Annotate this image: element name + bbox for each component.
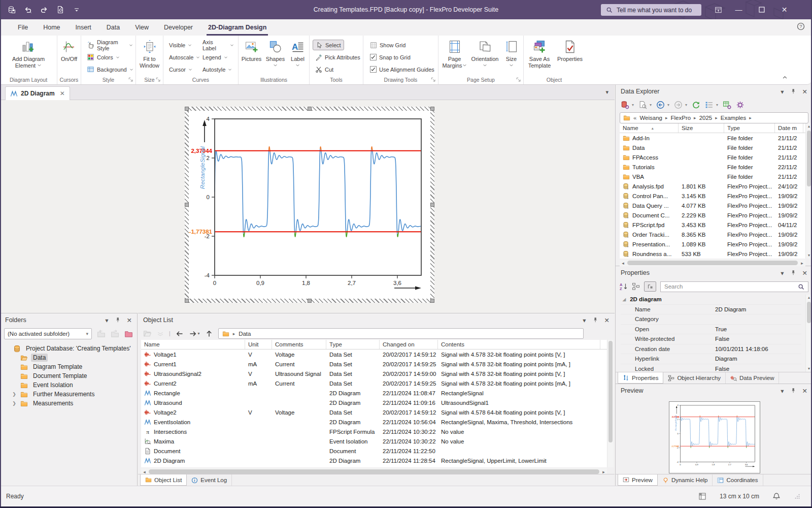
- menu-tab-2d-diagram-design[interactable]: 2D-Diagram Design: [200, 19, 274, 36]
- minimize-button[interactable]: ―: [727, 0, 750, 19]
- pin-icon[interactable]: [592, 317, 598, 323]
- visible-button[interactable]: Visible: [166, 40, 200, 50]
- tab-dynamic-help[interactable]: Dynamic Help: [658, 474, 713, 486]
- panel-menu-icon[interactable]: ▾: [781, 269, 784, 277]
- page-size-button[interactable]: Size: [502, 38, 521, 76]
- property-value[interactable]: False: [715, 336, 801, 342]
- redo-button[interactable]: [39, 4, 50, 15]
- breadcrumb-segment[interactable]: Weisang: [639, 115, 662, 121]
- close-tab-icon[interactable]: ✕: [60, 90, 65, 97]
- file-row[interactable]: Control Pan...3.145 KBFlexPro Project...…: [620, 191, 805, 201]
- search-document-icon[interactable]: [638, 101, 647, 109]
- tab-object-hierarchy[interactable]: Object Hierarchy: [663, 372, 726, 384]
- cursor-button[interactable]: Cursor: [166, 64, 200, 75]
- resize-handle-e[interactable]: [430, 203, 434, 207]
- property-group-header[interactable]: ◢2D diagram: [621, 295, 801, 305]
- object-row[interactable]: UltrasoundSignal2VUltrasound SignalData …: [141, 369, 607, 378]
- help-icon[interactable]: ?: [797, 22, 805, 30]
- sort-az-icon[interactable]: AZ: [620, 282, 628, 291]
- resize-handle-sw[interactable]: [185, 299, 189, 303]
- column-header-unit[interactable]: Unit: [245, 340, 272, 349]
- folder-item-document-template[interactable]: Document Template: [3, 371, 135, 380]
- back-icon[interactable]: [656, 101, 665, 109]
- shapes-button[interactable]: Shapes: [264, 38, 287, 76]
- object-properties-button[interactable]: Properties: [556, 38, 584, 76]
- file-row[interactable]: VBAFile folder21/11/2: [620, 172, 805, 181]
- close-panel-icon[interactable]: ✕: [604, 316, 610, 324]
- breadcrumb-segment[interactable]: 2025: [699, 115, 713, 121]
- property-row[interactable]: LockedFalse: [621, 364, 801, 372]
- tab-coordinates[interactable]: Coordinates: [713, 474, 763, 486]
- object-row[interactable]: Current1mACurrentData Set20/02/2017 14:5…: [141, 359, 607, 369]
- diagram-style-button[interactable]: Diagram Style: [84, 40, 136, 50]
- open-folder-icon[interactable]: [143, 329, 152, 338]
- file-row[interactable]: Analysis.fpd1.801 KBFlexPro Project...24…: [620, 181, 805, 191]
- panel-menu-icon[interactable]: ▾: [781, 387, 784, 395]
- bell-icon[interactable]: [772, 492, 781, 500]
- tab-properties[interactable]: Properties: [618, 372, 663, 384]
- autoscale-button[interactable]: Autoscale: [166, 52, 200, 62]
- panel-menu-icon[interactable]: ▾: [105, 316, 108, 324]
- data-explorer-hscrollbar[interactable]: ◂▸: [620, 260, 805, 266]
- file-row[interactable]: Add-InFile folder21/11/2: [620, 133, 805, 143]
- cut-button[interactable]: Cut: [313, 64, 336, 75]
- drawing-tools-dialog-launcher[interactable]: [430, 77, 436, 83]
- object-row[interactable]: Voltage1VVoltageData Set20/02/2017 14:59…: [141, 350, 607, 359]
- pictures-button[interactable]: Pictures: [240, 38, 263, 76]
- object-row[interactable]: EventIsolation2D Diagram22/11/2024 10:56…: [141, 417, 607, 427]
- menu-tab-file[interactable]: File: [10, 19, 36, 36]
- property-row[interactable]: Category: [621, 314, 801, 325]
- up-arrow-icon[interactable]: [205, 330, 213, 338]
- resize-handle-w[interactable]: [185, 203, 189, 207]
- database-gear-icon[interactable]: [621, 101, 629, 109]
- column-header-type[interactable]: Type: [326, 340, 380, 349]
- folder-item-data[interactable]: Data: [3, 353, 135, 362]
- previous-folder-icon[interactable]: [97, 330, 106, 338]
- tab-event-log[interactable]: Event Log: [187, 474, 232, 486]
- property-value[interactable]: 10/01/2011 14:18:06: [715, 346, 801, 352]
- save-as-template-button[interactable]: Save As Template: [524, 38, 555, 76]
- menu-tab-data[interactable]: Data: [99, 19, 127, 36]
- folder-item-event-isolation[interactable]: Event Isolation: [3, 380, 135, 390]
- folder-item-diagram-template[interactable]: Diagram Template: [3, 362, 135, 371]
- red-folder-icon[interactable]: [124, 330, 133, 338]
- size-dialog-launcher[interactable]: [155, 77, 161, 83]
- column-header-type[interactable]: Type: [724, 123, 775, 133]
- 2d-diagram-chart[interactable]: -4-202400,91,82,73,62,37044-1,77381Recta…: [189, 111, 430, 301]
- tree-root[interactable]: Project Database: 'Creating Templates': [3, 344, 135, 353]
- pick-attributes-button[interactable]: Pick Attributes: [313, 52, 363, 62]
- select-tool-button[interactable]: Select: [313, 40, 344, 50]
- property-row[interactable]: Write-protectedFalse: [621, 334, 801, 344]
- toggle-description-button[interactable]: [644, 281, 656, 292]
- column-header-size[interactable]: Size: [679, 123, 724, 133]
- close-panel-icon[interactable]: ✕: [802, 269, 807, 277]
- undo-button[interactable]: [22, 4, 33, 15]
- file-row[interactable]: FPAccessFile folder21/11/2: [620, 152, 805, 162]
- close-button[interactable]: ✕: [773, 0, 796, 19]
- property-row[interactable]: HyperlinkDiagram: [621, 354, 801, 364]
- object-list-breadcrumb[interactable]: ▸ Data: [218, 328, 584, 339]
- pin-icon[interactable]: [790, 388, 796, 394]
- menu-tab-view[interactable]: View: [127, 19, 156, 36]
- file-row[interactable]: DataFile folder21/11/2: [620, 143, 805, 152]
- object-row[interactable]: MaximaEvent Isolation22/11/2024 10:30:22…: [141, 436, 607, 446]
- snap-to-grid-checkbox[interactable]: Snap to Grid: [367, 52, 413, 62]
- resize-handle-nw[interactable]: [185, 107, 189, 111]
- tab-preview[interactable]: Preview: [618, 474, 658, 486]
- tab-overflow-dropdown[interactable]: ▾: [605, 89, 608, 96]
- ribbon-display-options-button[interactable]: [707, 0, 730, 19]
- column-header-comments[interactable]: Comments: [272, 340, 326, 349]
- column-header-changed-on[interactable]: Changed on: [380, 340, 438, 349]
- options-gear-icon[interactable]: [736, 101, 745, 109]
- tab-object-list[interactable]: Object List: [140, 474, 187, 486]
- menu-tab-home[interactable]: Home: [36, 19, 67, 36]
- column-header-name[interactable]: Name: [141, 340, 245, 349]
- file-row[interactable]: FPScript.fpd3.453 KBFlexPro Project...04…: [620, 220, 805, 230]
- cursors-onoff-button[interactable]: On/Off: [58, 38, 80, 76]
- folder-item-further-measurements[interactable]: ❯Further Measurements: [3, 390, 135, 399]
- property-value[interactable]: False: [715, 366, 801, 371]
- pin-icon[interactable]: [115, 317, 121, 323]
- panel-menu-icon[interactable]: ▾: [583, 316, 586, 324]
- breadcrumb-folder[interactable]: Data: [239, 331, 251, 337]
- pin-icon[interactable]: [790, 88, 796, 94]
